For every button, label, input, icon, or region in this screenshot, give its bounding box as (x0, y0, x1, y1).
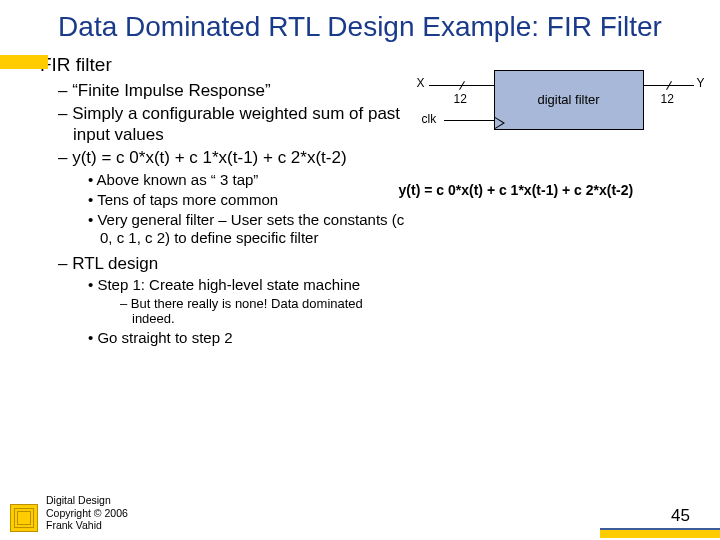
bullet-rtl-design: RTL design (58, 253, 409, 274)
copyright-line2: Copyright © 2006 (46, 507, 128, 520)
bullet-level1: FIR filter (28, 54, 409, 76)
filter-box: digital filter (494, 70, 644, 130)
bullet-tens-taps: Tens of taps more common (88, 191, 409, 209)
bullet-fir: “Finite Impulse Response” (58, 80, 409, 101)
left-column: FIR filter “Finite Impulse Response” Sim… (20, 52, 409, 349)
label-y: Y (697, 76, 705, 90)
wire-clk (444, 120, 494, 121)
bullet-no-state-machine: But there really is none! Data dominated… (120, 296, 409, 327)
filter-diagram: X 12 clk digital filter 12 Y (419, 70, 700, 160)
filter-box-label: digital filter (538, 92, 600, 107)
footer-accent-bar (600, 528, 720, 538)
output-equation: y(t) = c 0*x(t) + c 1*x(t-1) + c 2*x(t-2… (399, 182, 700, 198)
logo-icon (10, 504, 38, 532)
copyright-line3: Frank Vahid (46, 519, 128, 532)
page-number: 45 (671, 506, 690, 526)
label-bus-y: 12 (661, 92, 674, 106)
bullet-step1: Step 1: Create high-level state machine (88, 276, 409, 294)
bullet-step2: Go straight to step 2 (88, 329, 409, 347)
clock-triangle-icon (495, 117, 505, 129)
right-column: X 12 clk digital filter 12 Y y(t) = c 0*… (409, 52, 700, 349)
label-bus-x: 12 (454, 92, 467, 106)
bullet-3tap: Above known as “ 3 tap” (88, 171, 409, 189)
title-accent-bar (0, 55, 48, 69)
bullet-equation: y(t) = c 0*x(t) + c 1*x(t-1) + c 2*x(t-2… (58, 147, 409, 168)
footer: Digital Design Copyright © 2006 Frank Va… (0, 494, 720, 532)
copyright-block: Digital Design Copyright © 2006 Frank Va… (46, 494, 128, 532)
label-clk: clk (422, 112, 437, 126)
bullet-general-filter: Very general filter – User sets the cons… (88, 211, 409, 247)
content-area: FIR filter “Finite Impulse Response” Sim… (0, 52, 720, 349)
bullet-weighted-sum: Simply a configurable weighted sum of pa… (58, 103, 409, 146)
label-x: X (417, 76, 425, 90)
slide-title: Data Dominated RTL Design Example: FIR F… (0, 0, 720, 52)
copyright-line1: Digital Design (46, 494, 128, 507)
